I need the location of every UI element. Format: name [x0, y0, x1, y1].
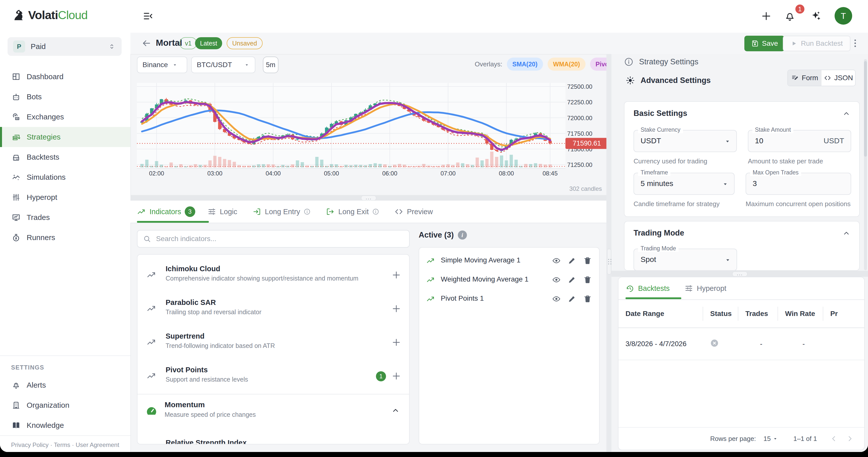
sidebar-item-exchanges[interactable]: Exchanges: [0, 107, 130, 127]
active-row-pivot[interactable]: Pivot Points 1: [419, 289, 599, 308]
visibility-eye-icon[interactable]: [552, 294, 561, 303]
privacy-policy-link[interactable]: Privacy Policy: [11, 441, 49, 448]
add-indicator-icon[interactable]: [391, 270, 402, 280]
sidebar-item-organization[interactable]: Organization: [0, 395, 130, 415]
back-arrow-icon[interactable]: [142, 38, 152, 48]
top-header: 1 T: [130, 0, 868, 33]
sidebar-divider: [0, 356, 130, 356]
delete-trash-icon[interactable]: [583, 275, 592, 284]
trading-mode-select[interactable]: Trading Mode Spot: [633, 249, 737, 271]
collapse-chevron-icon[interactable]: [842, 229, 851, 238]
create-new-icon[interactable]: [760, 10, 772, 22]
max-open-trades-input[interactable]: Max Open Trades 3: [746, 173, 851, 195]
stake-amount-input[interactable]: Stake Amount 10 USDT: [748, 130, 851, 152]
indicator-row-ichimoku[interactable]: Ichimoku Cloud Comprehensive indicator s…: [137, 258, 409, 292]
indicator-row-parabolic-sar[interactable]: Parabolic SAR Trailing stop and reversal…: [137, 292, 409, 326]
sidebar-item-runners[interactable]: Runners: [0, 227, 130, 248]
save-button[interactable]: Save: [744, 36, 784, 51]
run-backtest-button[interactable]: Run Backtest: [783, 36, 850, 51]
code-icon: [394, 207, 403, 216]
add-indicator-icon[interactable]: [391, 303, 402, 314]
ai-sparkles-icon[interactable]: [809, 10, 822, 22]
field-label: Max Open Trades: [750, 169, 801, 176]
svg-text:71750.00: 71750.00: [567, 130, 592, 137]
active-row-sma[interactable]: Simple Moving Average 1: [419, 251, 599, 270]
edit-pencil-icon[interactable]: [567, 294, 577, 303]
field-value: Spot: [641, 255, 656, 264]
add-indicator-icon[interactable]: [391, 337, 402, 348]
next-page-icon[interactable]: [846, 434, 854, 443]
bot-icon: [11, 92, 21, 101]
workspace-selector[interactable]: P Paid: [7, 37, 122, 56]
sidebar-item-dashboard[interactable]: Dashboard: [0, 67, 130, 87]
rows-per-page-select[interactable]: 15: [764, 435, 778, 443]
simulation-sparkline-icon: [11, 173, 21, 182]
active-indicator-name: Simple Moving Average 1: [441, 256, 521, 264]
strategy-header: Mortal v1 Latest Unsaved Save Run Backte…: [130, 33, 868, 55]
chevron-down-icon: [724, 138, 731, 145]
add-indicator-icon[interactable]: [391, 444, 402, 445]
tab-indicators[interactable]: Indicators 3: [137, 206, 195, 217]
overlay-chip-wma[interactable]: WMA(20): [548, 58, 586, 71]
indicator-row-rsi[interactable]: Relative Strength Index Measures overbou…: [137, 432, 409, 445]
avatar[interactable]: T: [835, 7, 852, 25]
edit-pencil-icon[interactable]: [567, 256, 577, 265]
tab-long-entry[interactable]: Long Entry: [252, 207, 311, 216]
tab-preview[interactable]: Preview: [394, 207, 433, 216]
stake-currency-select[interactable]: Stake Currency USDT: [633, 130, 737, 152]
add-indicator-icon[interactable]: [391, 371, 402, 381]
collapse-chevron-icon[interactable]: [842, 109, 851, 118]
exchange-select[interactable]: Binance: [137, 57, 187, 73]
pair-select[interactable]: BTC/USDT: [191, 57, 255, 73]
tab-hyperopt[interactable]: Hyperopt: [684, 284, 726, 293]
terms-link[interactable]: Terms: [54, 441, 70, 448]
sidebar-item-strategies[interactable]: Strategies: [0, 127, 130, 147]
backtests-panel: Backtests Hyperopt Date Range Status Tra…: [618, 277, 865, 450]
visibility-eye-icon[interactable]: [552, 275, 561, 284]
toggle-json-button[interactable]: JSON: [822, 70, 855, 86]
sidebar-item-backtests[interactable]: Backtests: [0, 147, 130, 167]
edit-pencil-icon[interactable]: [567, 275, 577, 284]
sidebar-item-bots[interactable]: Bots: [0, 87, 130, 107]
trending-up-icon: [147, 371, 157, 381]
delete-trash-icon[interactable]: [583, 256, 592, 265]
toggle-form-button[interactable]: Form: [788, 70, 822, 86]
collapse-sidebar-icon[interactable]: [142, 10, 154, 22]
sidebar-item-trades[interactable]: Trades: [0, 207, 130, 227]
svg-text:04:00: 04:00: [266, 170, 281, 177]
timeframe-chip[interactable]: 5m: [263, 57, 278, 73]
overlay-chip-sma[interactable]: SMA(20): [507, 58, 543, 71]
timeframe-select[interactable]: Timeframe 5 minutes: [633, 173, 735, 195]
tab-backtests[interactable]: Backtests: [625, 284, 670, 293]
brand-logo[interactable]: VolatiCloud: [10, 7, 88, 23]
resize-handle[interactable]: ...: [732, 272, 747, 276]
chevron-up-icon[interactable]: [391, 406, 400, 415]
more-options-icon[interactable]: [850, 37, 861, 49]
visibility-eye-icon[interactable]: [552, 256, 561, 265]
resize-handle[interactable]: ...: [361, 195, 376, 201]
indicator-name: Supertrend: [165, 332, 205, 340]
sidebar-item-alerts[interactable]: Alerts: [0, 375, 130, 395]
svg-text:08:00: 08:00: [499, 170, 514, 177]
previous-page-icon[interactable]: [830, 434, 838, 443]
indicator-search[interactable]: [137, 230, 410, 248]
tab-logic[interactable]: Logic: [207, 207, 237, 216]
price-chart[interactable]: 72500.0072250.0072000.0071750.0071500.00…: [137, 83, 608, 191]
active-row-wma[interactable]: Weighted Moving Average 1: [419, 270, 599, 289]
search-input[interactable]: [156, 235, 409, 243]
sidebar-item-knowledge[interactable]: Knowledge: [0, 415, 130, 435]
scrollbar[interactable]: [864, 59, 867, 270]
resize-handle[interactable]: [607, 249, 611, 274]
momentum-group-header[interactable]: Momentum Measure speed of price changes: [137, 394, 409, 427]
sidebar-item-hyperopt[interactable]: Hyperopt: [0, 187, 130, 207]
delete-trash-icon[interactable]: [583, 294, 592, 303]
active-indicators-list: Simple Moving Average 1 Weighted Moving …: [419, 247, 599, 445]
sidebar-item-simulations[interactable]: Simulations: [0, 167, 130, 187]
tab-long-exit[interactable]: Long Exit: [326, 207, 379, 216]
user-agreement-link[interactable]: User Agreement: [75, 441, 119, 448]
indicator-row-pivot-points[interactable]: Pivot Points Support and resistance leve…: [137, 359, 409, 393]
notifications-bell-icon[interactable]: [784, 10, 796, 22]
backtest-table-row[interactable]: 3/8/2026 - 4/7/2026 - -: [618, 328, 864, 360]
column-profit: Pr: [823, 307, 864, 321]
indicator-row-supertrend[interactable]: Supertrend Trend-following indicator bas…: [137, 326, 409, 359]
